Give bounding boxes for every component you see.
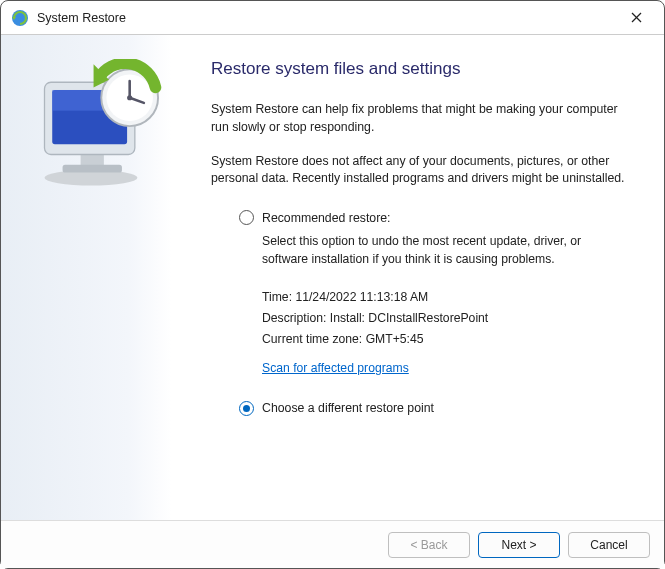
system-restore-icon [11, 9, 29, 27]
window-title: System Restore [37, 11, 616, 25]
restore-graphic-icon [29, 177, 171, 191]
cancel-button[interactable]: Cancel [568, 532, 650, 558]
restore-point-details: Time: 11/24/2022 11:13:18 AM Description… [262, 287, 628, 351]
page-heading: Restore system files and settings [211, 59, 628, 79]
option-recommended-desc: Select this option to undo the most rece… [262, 233, 628, 268]
wizard-body: Restore system files and settings System… [1, 35, 664, 520]
svg-rect-6 [63, 165, 122, 173]
intro-paragraph-2: System Restore does not affect any of yo… [211, 153, 628, 189]
radio-different[interactable] [239, 401, 254, 416]
close-button[interactable] [616, 4, 656, 32]
detail-timezone: Current time zone: GMT+5:45 [262, 329, 628, 350]
restore-options: Recommended restore: Select this option … [239, 210, 628, 415]
option-recommended-label: Recommended restore: [262, 211, 391, 225]
system-restore-window: System Restore [0, 0, 665, 569]
svg-point-14 [127, 95, 132, 100]
option-recommended[interactable]: Recommended restore: [239, 210, 628, 225]
intro-paragraph-1: System Restore can help fix problems tha… [211, 101, 628, 137]
option-different[interactable]: Choose a different restore point [239, 401, 628, 416]
next-button[interactable]: Next > [478, 532, 560, 558]
scan-affected-programs-link[interactable]: Scan for affected programs [262, 361, 409, 375]
option-different-label: Choose a different restore point [262, 401, 434, 415]
wizard-sidebar [1, 35, 171, 520]
wizard-content: Restore system files and settings System… [171, 35, 664, 520]
back-button: < Back [388, 532, 470, 558]
detail-description: Description: Install: DCInstallRestorePo… [262, 308, 628, 329]
wizard-footer: < Back Next > Cancel [1, 520, 664, 568]
detail-time: Time: 11/24/2022 11:13:18 AM [262, 287, 628, 308]
titlebar: System Restore [1, 1, 664, 35]
radio-recommended[interactable] [239, 210, 254, 225]
